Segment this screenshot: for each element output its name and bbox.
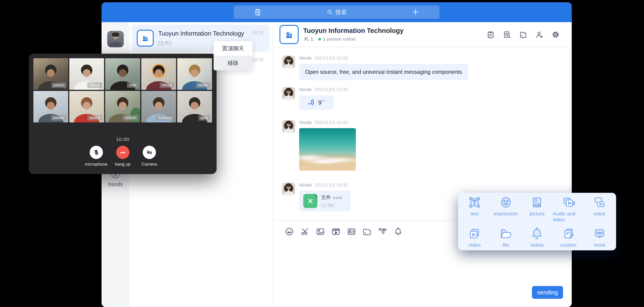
participant-tile[interactable]: danika — [34, 91, 68, 122]
hang-up-label: hang up — [115, 162, 130, 167]
participant-grid: patton Nicole zoie venus stellar danika … — [34, 58, 212, 122]
participant-tile[interactable]: ernest — [69, 91, 104, 122]
panel-item-audio-video[interactable]: Audio and video — [553, 195, 584, 223]
group-building-icon — [137, 30, 154, 47]
file-message-card[interactable]: 文件 .excel 12.8M — [299, 191, 350, 211]
panel-item-label: more — [594, 242, 605, 248]
participant-tile[interactable]: stellar — [177, 58, 212, 90]
custom-icon — [561, 226, 576, 241]
camera-off-icon[interactable] — [143, 146, 156, 159]
panel-item-notice[interactable]: notice — [522, 226, 553, 248]
scrollbar[interactable] — [570, 49, 570, 218]
participant-name: gary — [198, 115, 210, 121]
screenshot-icon[interactable] — [300, 227, 310, 236]
file-folder-icon — [498, 226, 513, 241]
video-message-icon[interactable] — [331, 227, 341, 236]
participant-tile[interactable]: gary — [177, 91, 212, 122]
participant-tile[interactable]: patton — [34, 58, 68, 90]
participant-tile[interactable]: zoie — [105, 58, 140, 90]
participant-name: Nicole — [87, 82, 102, 88]
panel-item-label: voice — [594, 211, 605, 217]
message-time: 2021/12/3 10:33 — [315, 120, 348, 125]
participant-name: zoie — [127, 82, 138, 88]
avatar[interactable] — [282, 120, 295, 133]
panel-item-label: text — [471, 211, 479, 217]
panel-item-more[interactable]: more — [584, 226, 615, 248]
search-bar[interactable]: 搜索 — [234, 5, 440, 19]
avatar[interactable] — [282, 87, 295, 100]
send-button[interactable]: sending — [532, 286, 563, 299]
voice-duration: 9`` — [318, 99, 326, 106]
notice-bell-icon — [530, 226, 544, 241]
microphone-label: microphone — [85, 162, 108, 167]
file-size: 12.8M — [321, 203, 342, 208]
participant-tile[interactable]: aldrich — [105, 91, 140, 122]
panel-item-label: expression — [494, 211, 518, 217]
participant-tile[interactable]: Anthony — [141, 91, 176, 122]
chat-search-icon[interactable] — [503, 30, 511, 39]
online-dot — [318, 38, 321, 40]
chat-item-time: 15:20 — [252, 30, 264, 35]
panel-item-video[interactable]: video — [459, 226, 490, 248]
avatar[interactable] — [107, 31, 124, 47]
avatar[interactable] — [282, 55, 295, 68]
panel-item-voice[interactable]: voice — [584, 195, 615, 223]
panel-item-file[interactable]: file — [490, 226, 522, 248]
plus-icon[interactable] — [412, 8, 420, 16]
message-image: Nicole 2021/12/3 10:33 — [282, 120, 572, 171]
camera-button[interactable]: Camera — [138, 146, 161, 167]
video-call-icon[interactable] — [378, 227, 388, 236]
microphone-button[interactable]: microphone — [85, 146, 108, 167]
add-member-icon[interactable] — [535, 30, 544, 39]
voice-icon — [592, 195, 607, 210]
message-bubble[interactable]: Open source, free, and universal instant… — [299, 64, 468, 80]
image-icon[interactable] — [316, 227, 325, 236]
panel-item-label: file — [503, 242, 509, 248]
emoji-icon[interactable] — [284, 227, 294, 236]
hang-up-icon[interactable] — [116, 146, 130, 159]
panel-item-picture[interactable]: picture — [522, 195, 553, 223]
message-type-panel: text expression picture — [458, 193, 616, 250]
avatar[interactable] — [282, 183, 295, 195]
message-time: 2021/12/3 10:33 — [315, 55, 348, 61]
notification-icon[interactable] — [393, 227, 403, 236]
panel-item-expression[interactable]: expression — [490, 195, 522, 223]
excel-file-icon — [303, 194, 318, 208]
chat-subtitle-row: 1 1 person online — [303, 36, 404, 42]
file-icon[interactable] — [519, 30, 527, 39]
contact-card-icon[interactable] — [347, 227, 356, 236]
chat-main: Tuoyun Information Technology 1 1 person… — [272, 22, 572, 307]
participant-tile[interactable]: venus — [141, 58, 176, 90]
panel-item-text[interactable]: text — [459, 195, 490, 223]
voice-wave-icon — [308, 99, 315, 106]
folder-icon[interactable] — [362, 227, 372, 236]
search-placeholder: 搜索 — [335, 8, 347, 16]
online-status: 1 person online — [323, 36, 356, 42]
menu-item-remove[interactable]: 移除 — [214, 56, 252, 70]
mic-muted-icon[interactable] — [90, 146, 103, 159]
participant-name: patton — [52, 82, 66, 88]
member-count: 1 — [310, 36, 313, 42]
participant-name: ernest — [87, 115, 102, 121]
poll-icon[interactable] — [486, 30, 495, 39]
chat-context-menu: 置顶聊天 移除 — [214, 41, 252, 70]
audio-video-icon — [561, 195, 576, 210]
menu-item-pin-chat[interactable]: 置顶聊天 — [214, 41, 252, 56]
file-extension: .excel — [332, 196, 342, 200]
contacts-clipboard-icon[interactable] — [254, 8, 262, 16]
voice-message-bubble[interactable]: 9`` — [299, 95, 334, 110]
panel-item-label: notice — [530, 242, 544, 248]
participant-tile[interactable]: Nicole — [69, 58, 104, 90]
hang-up-button[interactable]: hang up — [111, 146, 134, 167]
file-name: 文件 .excel — [321, 194, 342, 201]
message-time: 2021/12/3 10:33 — [315, 183, 348, 188]
camera-label: Camera — [142, 162, 157, 167]
settings-icon[interactable] — [552, 30, 560, 39]
search-input[interactable]: 搜索 — [326, 8, 347, 16]
panel-item-label: picture — [530, 211, 544, 217]
chat-header-titles: Tuoyun Information Technology 1 1 person… — [303, 27, 404, 42]
expression-icon — [498, 195, 513, 210]
search-icon — [326, 9, 333, 15]
beach-photo[interactable] — [299, 128, 356, 171]
panel-item-custom[interactable]: custom — [553, 226, 584, 248]
